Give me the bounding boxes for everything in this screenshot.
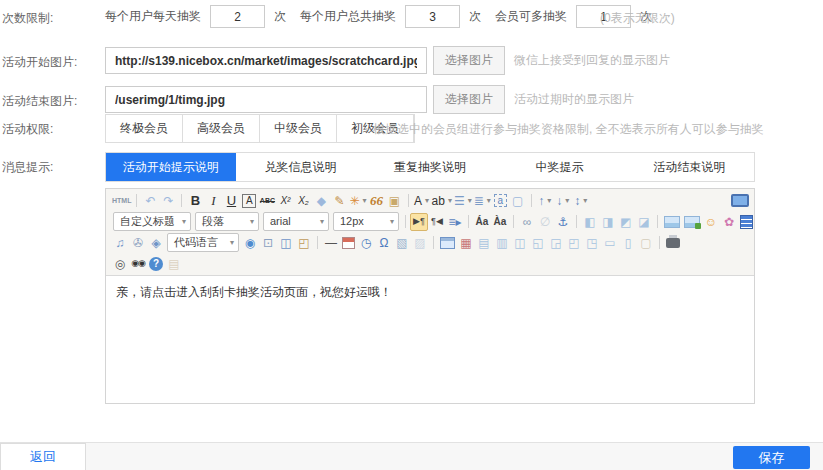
split-col-icon[interactable]: ▭ — [601, 234, 619, 252]
special-chars-icon[interactable]: Ω — [375, 234, 393, 252]
end-image-choose-button[interactable]: 选择图片 — [433, 85, 505, 114]
highlight-color-icon[interactable]: ab▾ — [431, 192, 453, 210]
direction-rtl-icon[interactable]: ¶◀ — [428, 213, 446, 231]
paragraph-after-icon[interactable]: ↓▾ — [554, 192, 572, 210]
toolbar-row-1: HTML↶↷BIUAABCX²X₂◆✎✳▾66▣A▾ab▾☰▾≣▾a▢↑▾↓▾↕… — [108, 190, 752, 211]
help-icon[interactable]: ? — [149, 257, 163, 271]
editor-content-area[interactable]: 亲，请点击进入刮刮卡抽奖活动页面，祝您好运哦！ — [106, 276, 754, 404]
tab-winning-tip[interactable]: 中奖提示 — [495, 153, 625, 181]
direction-ltr-icon[interactable]: ▶¶ — [410, 213, 428, 231]
start-image-label: 活动开始图片: — [2, 54, 77, 71]
word-image-icon[interactable]: ▧ — [393, 234, 411, 252]
emotion-icon[interactable]: ☺ — [702, 213, 720, 231]
custom-title-select[interactable]: 自定义标题▾ — [113, 212, 191, 231]
clear-doc-icon[interactable]: ▢ — [509, 192, 527, 210]
limit-input[interactable] — [405, 5, 460, 28]
pagebreak-icon[interactable]: ⊡ — [259, 234, 277, 252]
fullscreen-icon[interactable] — [731, 194, 749, 207]
limit-input[interactable] — [210, 5, 265, 28]
ordered-list-icon[interactable]: ☰▾ — [453, 192, 473, 210]
font-size-select[interactable]: 12px▾ — [333, 212, 399, 231]
split-cells-icon[interactable]: ▯ — [619, 234, 637, 252]
delete-table-icon[interactable]: ▦ — [457, 234, 475, 252]
scrawl-icon[interactable]: ✿ — [720, 213, 738, 231]
split-row-icon[interactable]: ◳ — [583, 234, 601, 252]
justify-center-icon[interactable]: ◨ — [599, 213, 617, 231]
map-icon[interactable]: ◈ — [147, 234, 165, 252]
link-icon[interactable]: ∞ — [518, 213, 536, 231]
toolbar-separator — [531, 194, 532, 207]
redo-icon[interactable]: ↷ — [159, 192, 177, 210]
line-height-icon[interactable]: ↕▾ — [572, 192, 590, 210]
bold-icon[interactable]: B — [186, 192, 204, 210]
undo-icon[interactable]: ↶ — [141, 192, 159, 210]
toolbar-row-4: ◎◉◉?▤ — [108, 253, 752, 274]
music-icon[interactable]: ♫ — [111, 234, 129, 252]
search-replace-icon[interactable]: ◉◉ — [129, 255, 147, 273]
code-language-select[interactable]: 代码语言▾ — [167, 233, 239, 252]
template-icon[interactable]: ◫ — [277, 234, 295, 252]
paragraph-select[interactable]: 段落▾ — [195, 212, 259, 231]
toolbar-separator — [576, 215, 577, 228]
merge-right-icon[interactable]: ◱ — [529, 234, 547, 252]
selectall-icon[interactable]: a — [494, 194, 507, 207]
paste-icon[interactable]: ▤ — [165, 255, 183, 273]
anchor-icon[interactable]: ⚓ — [554, 213, 572, 231]
time-icon[interactable]: ◷ — [357, 234, 375, 252]
back-button[interactable]: 返回 — [0, 443, 86, 470]
doc-icon[interactable]: ▢ — [637, 234, 655, 252]
merge-down-icon[interactable]: ◲ — [547, 234, 565, 252]
format-brush-icon[interactable]: ✎ — [330, 192, 348, 210]
justify-right-icon[interactable]: ◩ — [617, 213, 635, 231]
tab-activity-start-tip[interactable]: 活动开始提示说明 — [106, 153, 236, 181]
justify-left-icon[interactable]: ◧ — [581, 213, 599, 231]
to-lowercase-icon[interactable]: Àa — [491, 213, 509, 231]
indent-icon[interactable]: ≡▸ — [446, 213, 464, 231]
preview-icon[interactable]: ◎ — [111, 255, 129, 273]
horizontal-rule-icon[interactable]: — — [322, 234, 340, 252]
save-button[interactable]: 保存 — [733, 446, 810, 469]
tab-repeat-draw[interactable]: 重复抽奖说明 — [365, 153, 495, 181]
paste-text-icon[interactable]: ▣ — [386, 192, 404, 210]
attachment-icon[interactable]: ✇ — [129, 234, 147, 252]
tab-redeem-info[interactable]: 兑奖信息说明 — [236, 153, 366, 181]
table-title-icon[interactable]: ▤ — [475, 234, 493, 252]
merge-cells-icon[interactable]: ◰ — [565, 234, 583, 252]
member-btn-ultimate[interactable]: 终极会员 — [106, 115, 183, 142]
unlink-icon[interactable]: ∅ — [536, 213, 554, 231]
image-icon[interactable] — [664, 216, 680, 228]
eraser-icon[interactable]: ◆ — [312, 192, 330, 210]
start-image-choose-button[interactable]: 选择图片 — [433, 46, 505, 75]
insert-image-icon[interactable] — [684, 216, 700, 228]
video-icon[interactable] — [740, 215, 753, 229]
insert-col-icon[interactable]: ◫ — [511, 234, 529, 252]
font-family-select[interactable]: arial▾ — [263, 212, 329, 231]
date-icon[interactable] — [342, 237, 355, 249]
font-color-icon[interactable]: A▾ — [413, 192, 431, 210]
font-border-icon[interactable]: A — [242, 194, 256, 208]
toolbar-row-2: 自定义标题▾段落▾arial▾12px▾▶¶¶◀≡▸ÁaÀa∞∅⚓◧◨◩◪☺✿ — [108, 211, 752, 232]
strikethrough-icon[interactable]: ABC — [258, 192, 276, 210]
image-transfer-icon[interactable]: ▨ — [411, 234, 429, 252]
insert-table-icon[interactable] — [440, 237, 455, 249]
member-btn-middle[interactable]: 中级会员 — [260, 115, 337, 142]
print-icon[interactable] — [666, 238, 680, 248]
member-btn-senior[interactable]: 高级会员 — [183, 115, 260, 142]
superscript-icon[interactable]: X² — [276, 192, 294, 210]
insert-code-icon[interactable]: ◉ — [241, 234, 259, 252]
italic-icon[interactable]: I — [204, 192, 222, 210]
subscript-icon[interactable]: X₂ — [294, 192, 312, 210]
snapscreen-icon[interactable]: ◰ — [295, 234, 313, 252]
autotypeset-icon[interactable]: ✳▾ — [348, 192, 367, 210]
html-source-icon[interactable]: HTML — [111, 192, 132, 210]
end-image-input[interactable] — [105, 86, 427, 113]
tab-activity-end[interactable]: 活动结束说明 — [624, 153, 754, 181]
start-image-input[interactable] — [105, 47, 427, 74]
blockquote-icon[interactable]: 66 — [368, 192, 386, 210]
underline-icon[interactable]: U — [222, 192, 240, 210]
justify-full-icon[interactable]: ◪ — [635, 213, 653, 231]
insert-row-icon[interactable]: ▥ — [493, 234, 511, 252]
to-uppercase-icon[interactable]: Áa — [473, 213, 491, 231]
paragraph-before-icon[interactable]: ↑▾ — [536, 192, 554, 210]
unordered-list-icon[interactable]: ≣▾ — [473, 192, 492, 210]
